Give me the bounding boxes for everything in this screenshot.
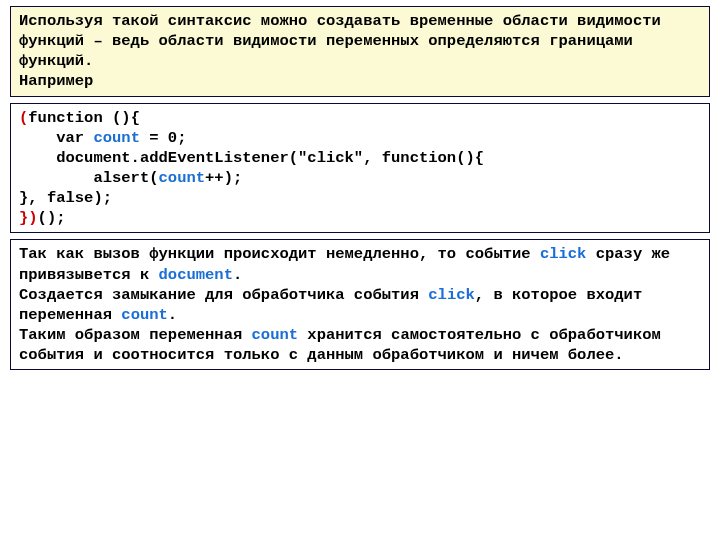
intro-line-1: Используя такой синтаксис можно создават… bbox=[19, 11, 701, 71]
code-l1-a: var bbox=[19, 129, 93, 147]
intro-box: Используя такой синтаксис можно создават… bbox=[10, 6, 710, 97]
code-line-0: (function (){ bbox=[19, 108, 701, 128]
code-line-1: var count = 0; bbox=[19, 128, 701, 148]
outro-p2-count: count bbox=[121, 306, 168, 324]
code-box: (function (){ var count = 0; document.ad… bbox=[10, 103, 710, 234]
code-line-5: })(); bbox=[19, 208, 701, 228]
outro-p1a: Так как вызов функции происходит немедле… bbox=[19, 245, 540, 263]
code-l3-a: alsert( bbox=[19, 169, 159, 187]
code-l0-rest: function (){ bbox=[28, 109, 140, 127]
outro-p3: Таким образом переменная count хранится … bbox=[19, 325, 701, 365]
outro-box: Так как вызов функции происходит немедле… bbox=[10, 239, 710, 370]
outro-p3-count: count bbox=[252, 326, 299, 344]
code-l3-c: ++); bbox=[205, 169, 242, 187]
outro-p1: Так как вызов функции происходит немедле… bbox=[19, 244, 701, 284]
code-l5-b: (); bbox=[38, 209, 66, 227]
outro-p1-document: document bbox=[159, 266, 233, 284]
code-line-4: }, false); bbox=[19, 188, 701, 208]
outro-p1e: . bbox=[233, 266, 242, 284]
code-l1-c: = 0; bbox=[140, 129, 187, 147]
outro-p2-click: click bbox=[428, 286, 475, 304]
outro-p3a: Таким образом переменная bbox=[19, 326, 252, 344]
code-l3-count: count bbox=[159, 169, 206, 187]
code-paren-open: ( bbox=[19, 109, 28, 127]
intro-line-2: Например bbox=[19, 71, 701, 91]
code-l1-count: count bbox=[93, 129, 140, 147]
outro-p2e: . bbox=[168, 306, 177, 324]
outro-p2a: Создается замыкание для обработчика собы… bbox=[19, 286, 428, 304]
outro-p2: Создается замыкание для обработчика собы… bbox=[19, 285, 701, 325]
outro-p1-click: click bbox=[540, 245, 587, 263]
code-line-3: alsert(count++); bbox=[19, 168, 701, 188]
code-line-2: document.addEventListener("click", funct… bbox=[19, 148, 701, 168]
code-paren-close: }) bbox=[19, 209, 38, 227]
